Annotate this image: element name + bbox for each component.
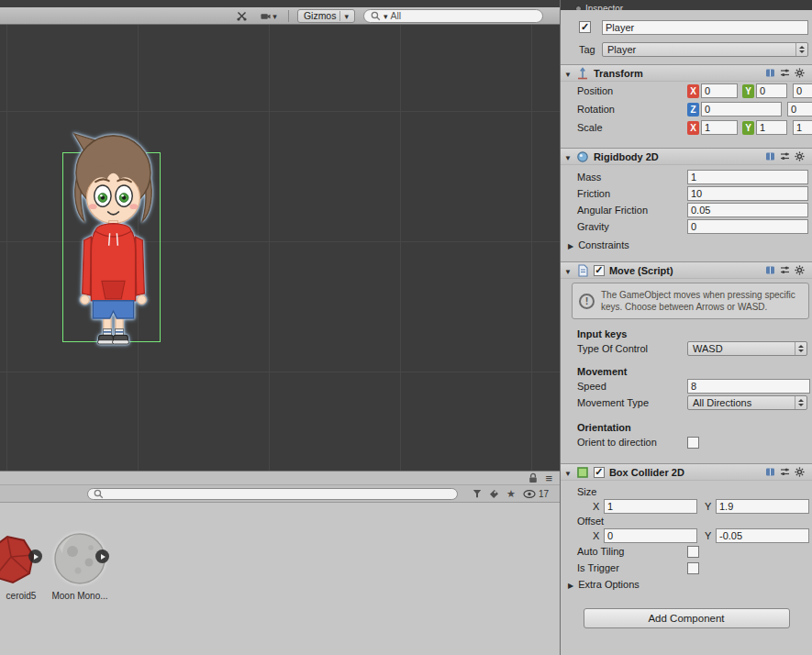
saved-search-star-icon[interactable] [506, 488, 516, 499]
foldout-open-icon[interactable] [564, 151, 572, 162]
panel-menu-icon[interactable] [545, 472, 552, 484]
name-input[interactable] [602, 20, 808, 35]
size-y-input[interactable] [716, 499, 809, 514]
rigidbody2d-header[interactable]: Rigidbody 2D [561, 148, 812, 165]
help-box: The GameObject moves when pressing speci… [572, 283, 809, 319]
is-trigger-checkbox[interactable] [687, 562, 699, 574]
presets-icon[interactable] [780, 467, 790, 477]
context-menu-gear-icon[interactable] [795, 265, 805, 275]
offset-y-input[interactable] [716, 528, 809, 543]
type-of-control-row: Type Of Control WASD [561, 340, 812, 357]
is-trigger-row: Is Trigger [561, 560, 812, 576]
add-component-button[interactable]: Add Component [584, 608, 790, 628]
search-by-type-icon[interactable] [473, 489, 482, 498]
axis-y-badge: Y [742, 121, 754, 135]
scene-search-field[interactable]: All [363, 9, 543, 23]
size-x-input[interactable] [604, 499, 697, 514]
rotation-z-input[interactable] [701, 102, 782, 117]
tab-label: Inspector [585, 4, 623, 11]
angular-friction-input[interactable] [687, 203, 808, 217]
dropdown-arrows-icon [795, 342, 806, 355]
position-x-input[interactable] [701, 83, 738, 98]
asset-label[interactable]: Moon Mono... [48, 591, 112, 601]
auto-tiling-checkbox[interactable] [687, 546, 699, 558]
help-icon[interactable] [765, 68, 775, 78]
box-collider2d-icon [576, 466, 589, 479]
search-icon [371, 11, 381, 21]
expand-sprite-button[interactable] [28, 550, 42, 563]
scene-view-panel: Gizmos All [0, 0, 560, 471]
scene-viewport[interactable] [0, 25, 560, 471]
type-of-control-dropdown[interactable]: WASD [687, 341, 807, 356]
unity-editor-window: Gizmos All [0, 0, 812, 655]
offset-x-input[interactable] [604, 528, 697, 543]
tag-dropdown[interactable]: Player [602, 42, 808, 57]
box-collider2d-header[interactable]: Box Collider 2D [561, 463, 812, 481]
mass-input[interactable] [687, 170, 808, 184]
transform-header[interactable]: Transform [561, 64, 812, 82]
scene-tools-icon[interactable] [234, 9, 250, 23]
field-label: Movement Type [577, 397, 687, 408]
position-row: Position X Y [561, 82, 812, 100]
speed-row: Speed [561, 378, 812, 394]
scale-y-input[interactable] [756, 120, 787, 135]
extra-options-label: Extra Options [578, 579, 640, 590]
visibility-eye-icon[interactable] [523, 490, 536, 498]
input-keys-heading: Input keys [561, 327, 812, 340]
move-script-header[interactable]: Move (Script) [561, 261, 812, 279]
position-y-input[interactable] [756, 83, 787, 98]
tab-inspector[interactable]: Inspector [561, 0, 632, 10]
friction-input[interactable] [687, 186, 808, 201]
help-icon[interactable] [765, 151, 775, 161]
presets-icon[interactable] [780, 151, 790, 161]
component-enabled-checkbox[interactable] [594, 467, 605, 478]
chevron-down-icon [344, 10, 349, 21]
foldout-open-icon[interactable] [564, 68, 572, 79]
search-by-label-icon[interactable] [489, 489, 499, 499]
dropdown-value: All Directions [693, 397, 751, 408]
scale-z-input[interactable] [793, 120, 812, 135]
speed-input[interactable] [687, 379, 810, 394]
info-icon [579, 294, 595, 309]
component-enabled-checkbox[interactable] [594, 265, 605, 276]
help-icon[interactable] [765, 265, 775, 275]
foldout-open-icon[interactable] [564, 467, 572, 478]
dropdown-arrows-icon [795, 43, 807, 56]
position-z-input[interactable] [793, 83, 812, 98]
inspector-panel: Inspector Tag Player Transform [560, 0, 812, 655]
axis-y-badge: Y [742, 84, 754, 98]
scene-tabbar [0, 0, 560, 7]
project-header-bar [0, 472, 560, 485]
camera-settings-button[interactable] [258, 9, 280, 23]
context-menu-gear-icon[interactable] [795, 467, 805, 477]
tag-label: Tag [579, 44, 602, 55]
active-checkbox[interactable] [579, 21, 591, 33]
button-divider [339, 11, 340, 21]
asset-label[interactable]: ceroid5 [0, 591, 42, 601]
field-label: Scale [577, 122, 687, 133]
component-title: Box Collider 2D [609, 467, 684, 478]
context-menu-gear-icon[interactable] [795, 151, 805, 161]
movement-type-dropdown[interactable]: All Directions [687, 395, 807, 410]
presets-icon[interactable] [780, 68, 790, 78]
orientation-heading: Orientation [561, 420, 812, 434]
project-search-field[interactable] [87, 488, 458, 500]
expand-sprite-button[interactable] [95, 550, 109, 563]
extra-options-foldout[interactable]: Extra Options [561, 576, 812, 592]
help-icon[interactable] [765, 467, 775, 477]
size-label: Size [561, 484, 812, 498]
lock-icon[interactable] [528, 472, 538, 483]
asset-grid[interactable]: ceroid5 Moon Mono... [0, 503, 560, 655]
scale-x-input[interactable] [701, 120, 738, 135]
player-sprite[interactable] [69, 132, 158, 345]
constraints-foldout[interactable]: Constraints [561, 237, 812, 252]
field-label: Position [577, 85, 687, 96]
gravity-input[interactable] [687, 219, 808, 234]
gizmos-button[interactable]: Gizmos [297, 9, 355, 23]
rotation-extra-input[interactable] [787, 102, 812, 117]
presets-icon[interactable] [780, 265, 790, 275]
gizmos-label: Gizmos [304, 10, 337, 21]
context-menu-gear-icon[interactable] [795, 68, 805, 78]
foldout-open-icon[interactable] [564, 265, 572, 276]
orient-to-direction-checkbox[interactable] [687, 437, 699, 449]
